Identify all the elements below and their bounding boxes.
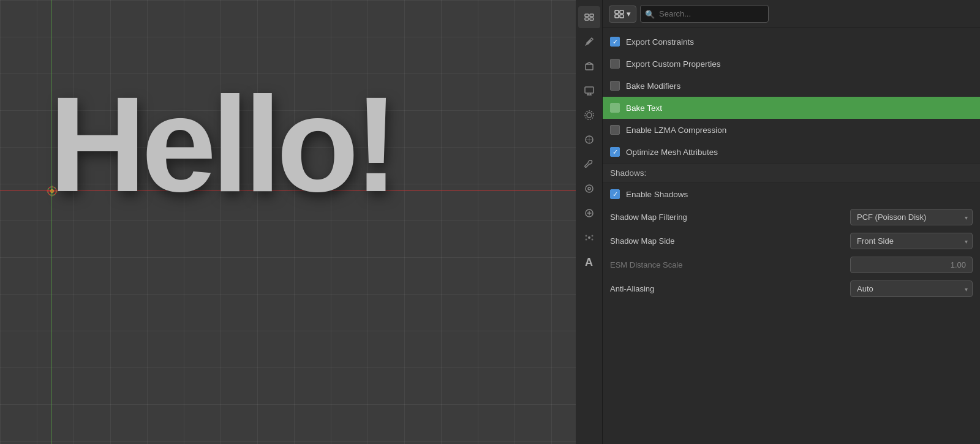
dropdown-anti-aliasing[interactable]: Auto None FXAA SMAA (850, 280, 973, 297)
label-shadow-map-filtering: Shadow Map Filtering (610, 213, 844, 222)
field-esm-distance-scale: 1.00 (850, 257, 973, 273)
dropdown-shadow-map-filtering-wrap: PCF (Poisson Disk) ESM VSM None ▾ (850, 209, 973, 225)
properties-panel: ▾ 🔍 ✓ Export Constraints Export Custom P… (603, 0, 980, 444)
dropdown-anti-aliasing-wrap: Auto None FXAA SMAA ▾ (850, 280, 973, 297)
checkbox-export-custom-properties[interactable] (610, 59, 620, 69)
svg-rect-7 (585, 18, 589, 20)
label-enable-shadows: Enable Shadows (626, 190, 688, 199)
sidebar-icon-display[interactable] (578, 80, 600, 102)
label-esm-distance-scale: ESM Distance Scale (610, 260, 844, 269)
hello-text: Hello! (49, 67, 394, 222)
sidebar-icon-object[interactable] (578, 55, 600, 77)
option-export-custom-properties[interactable]: Export Custom Properties (603, 53, 980, 75)
svg-point-20 (588, 236, 590, 239)
svg-rect-26 (620, 10, 624, 13)
shadows-section-header: Shadows: (603, 163, 980, 183)
sidebar-icons: A (576, 0, 603, 444)
label-export-custom-properties: Export Custom Properties (626, 59, 721, 69)
search-input[interactable] (640, 5, 769, 23)
sidebar-icon-font[interactable]: A (578, 251, 600, 273)
svg-rect-27 (615, 15, 619, 18)
label-optimize-mesh: Optimize Mesh Attributes (626, 148, 718, 157)
checkbox-bake-modifiers[interactable] (610, 81, 620, 91)
label-enable-lzma: Enable LZMA Compression (626, 126, 726, 135)
viewport: Hello! (0, 0, 576, 444)
svg-point-14 (587, 113, 592, 118)
checkbox-export-constraints[interactable]: ✓ (610, 37, 620, 47)
label-shadow-map-side: Shadow Map Side (610, 236, 844, 246)
checkbox-enable-shadows[interactable]: ✓ (610, 189, 620, 199)
search-field-wrap: 🔍 (640, 5, 974, 23)
property-anti-aliasing: Anti-Aliasing Auto None FXAA SMAA ▾ (603, 277, 980, 301)
svg-point-18 (588, 187, 590, 190)
sidebar-icon-paint[interactable] (578, 129, 600, 151)
property-esm-distance-scale: ESM Distance Scale 1.00 (603, 253, 980, 277)
svg-rect-10 (585, 87, 594, 93)
svg-point-17 (586, 185, 593, 192)
shadows-label: Shadows: (610, 168, 646, 178)
sidebar-icon-particles[interactable] (578, 227, 600, 249)
svg-rect-28 (620, 15, 624, 18)
svg-point-21 (585, 235, 587, 237)
sidebar-icon-wrench[interactable] (578, 153, 600, 175)
options-list: ✓ Export Constraints Export Custom Prope… (603, 28, 980, 444)
mode-button[interactable]: ▾ (609, 6, 636, 23)
svg-rect-8 (590, 18, 594, 20)
label-anti-aliasing: Anti-Aliasing (610, 284, 844, 293)
sidebar-icon-object-data[interactable] (578, 202, 600, 224)
option-optimize-mesh[interactable]: ✓ Optimize Mesh Attributes (603, 141, 980, 163)
dropdown-shadow-map-side-wrap: Front Side Back Side Double Side ▾ (850, 233, 973, 249)
label-bake-text: Bake Text (626, 103, 662, 113)
svg-rect-6 (590, 14, 594, 17)
svg-rect-25 (615, 10, 619, 13)
svg-rect-5 (585, 14, 589, 17)
checkbox-bake-text[interactable] (610, 103, 620, 113)
svg-point-22 (591, 235, 593, 237)
checkbox-enable-lzma[interactable] (610, 125, 620, 135)
option-bake-modifiers[interactable]: Bake Modifiers (603, 75, 980, 97)
svg-point-15 (585, 111, 594, 119)
right-panel: A ▾ 🔍 ✓ Exp (576, 0, 980, 444)
label-bake-modifiers: Bake Modifiers (626, 81, 680, 91)
option-enable-lzma[interactable]: Enable LZMA Compression (603, 119, 980, 141)
checkbox-optimize-mesh[interactable]: ✓ (610, 147, 620, 157)
option-export-constraints[interactable]: ✓ Export Constraints (603, 31, 980, 53)
sidebar-icon-constraints[interactable] (578, 178, 600, 200)
dropdown-shadow-map-side[interactable]: Front Side Back Side Double Side (850, 233, 973, 249)
sidebar-icon-render[interactable] (578, 104, 600, 126)
svg-point-23 (585, 239, 587, 241)
mode-dropdown-arrow: ▾ (627, 9, 631, 18)
svg-rect-9 (586, 64, 593, 70)
sidebar-icon-tool[interactable] (578, 31, 600, 53)
svg-point-24 (591, 239, 593, 241)
origin-dot (47, 186, 58, 197)
sidebar-icon-scene[interactable] (578, 6, 600, 28)
search-bar: ▾ 🔍 (603, 0, 980, 28)
dropdown-shadow-map-filtering[interactable]: PCF (Poisson Disk) ESM VSM None (850, 209, 973, 225)
option-enable-shadows[interactable]: ✓ Enable Shadows (603, 183, 980, 205)
property-shadow-map-filtering: Shadow Map Filtering PCF (Poisson Disk) … (603, 205, 980, 229)
option-bake-text[interactable]: Bake Text (603, 97, 980, 119)
label-export-constraints: Export Constraints (626, 37, 694, 47)
property-shadow-map-side: Shadow Map Side Front Side Back Side Dou… (603, 229, 980, 253)
